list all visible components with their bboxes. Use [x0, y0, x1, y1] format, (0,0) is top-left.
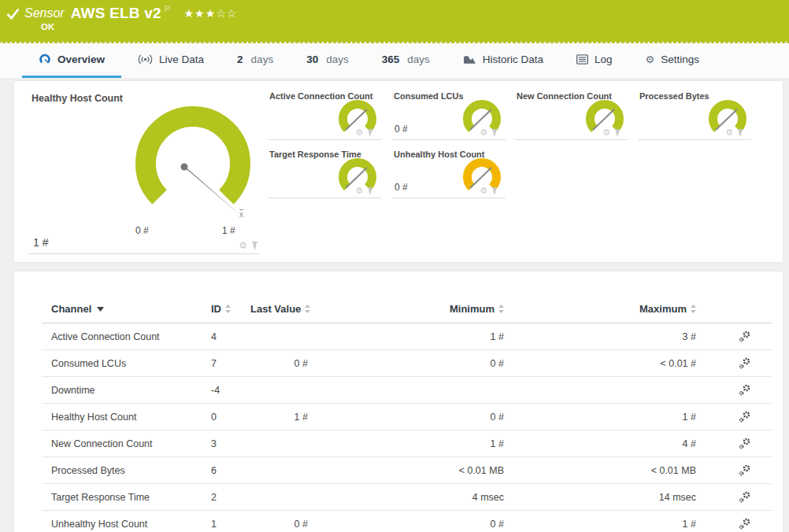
gauge-panel-processed-bytes[interactable]: Processed Bytes ⚙	[638, 88, 751, 140]
table-row: Target Response Time 2 4 msec 14 msec	[42, 484, 772, 511]
tab-bar: Overview Live Data 2 days 30 days 365 da…	[0, 43, 789, 78]
overview-gauges-card: Healthy Host Count 0 # 1 # x 1 # ⚙ Activ…	[14, 81, 783, 262]
pin-icon[interactable]	[491, 129, 498, 137]
table-row: New Connection Count 3 1 # 4 #	[42, 430, 772, 457]
log-list-icon	[576, 54, 588, 65]
channel-gear-icon[interactable]: ⚙	[355, 128, 363, 137]
gauge-value: 0 #	[394, 124, 408, 135]
channel-name: New Connection Count	[42, 438, 211, 449]
table-row: Unhealthy Host Count 1 0 # 0 # 1 #	[42, 511, 772, 532]
gauge-scale-min: 0 #	[135, 225, 149, 236]
channel-table-card: Channel ID Last Value Minimum	[14, 272, 783, 532]
pin-icon[interactable]	[251, 242, 258, 250]
channel-gear-icon[interactable]: ⚙	[480, 187, 487, 195]
channel-gear-icon[interactable]: ⚙	[725, 128, 733, 137]
gauge-value: 0 #	[394, 182, 408, 193]
gear-icon: ⚙	[646, 54, 655, 65]
channel-settings-icon[interactable]	[739, 384, 751, 397]
column-header-id[interactable]: ID	[211, 303, 250, 315]
column-header-minimum[interactable]: Minimum	[341, 303, 509, 315]
column-header-channel[interactable]: Channel	[42, 303, 211, 315]
channel-name: Target Response Time	[42, 492, 211, 503]
channel-settings-icon[interactable]	[739, 438, 751, 450]
channel-name: Healthy Host Count	[42, 412, 211, 423]
channel-settings-icon[interactable]	[739, 491, 751, 504]
pin-icon[interactable]	[491, 187, 498, 195]
gauge-icon	[39, 54, 51, 65]
tab-overview[interactable]: Overview	[22, 43, 121, 78]
gauge-title: Processed Bytes	[639, 91, 709, 101]
sort-icon	[691, 305, 696, 313]
table-row: Downtime -4	[42, 377, 772, 404]
pin-icon[interactable]	[737, 129, 743, 137]
table-row: Healthy Host Count 0 1 # 0 # 1 #	[42, 404, 772, 430]
sort-icon	[225, 305, 231, 313]
table-header-row: Channel ID Last Value Minimum	[42, 295, 772, 323]
channel-gear-icon[interactable]: ⚙	[239, 242, 247, 250]
gauge-scale-max: 1 #	[222, 225, 235, 236]
live-signal-icon	[138, 54, 153, 65]
gauge-panel-unhealthy-host-count[interactable]: Unhealthy Host Count 0 # ⚙	[392, 146, 506, 198]
channel-settings-icon[interactable]	[739, 331, 751, 343]
channel-settings-icon[interactable]	[739, 411, 751, 423]
table-row: Consumed LCUs 7 0 # 0 # < 0.01 #	[42, 350, 772, 377]
sort-icon	[305, 305, 310, 313]
channel-name: Processed Bytes	[42, 465, 211, 476]
gauge-panel-target-response-time[interactable]: Target Response Time ⚙	[268, 146, 381, 198]
channel-gear-icon[interactable]: ⚙	[355, 187, 363, 195]
channel-settings-icon[interactable]	[739, 518, 751, 530]
sensor-name: AWS ELB v2	[71, 5, 161, 22]
main-gauge	[126, 102, 260, 220]
gauge-panel-active-connection-count[interactable]: Active Connection Count ⚙	[268, 88, 381, 140]
gauge-panel-healthy-host-count[interactable]: Healthy Host Count 0 # 1 # x 1 # ⚙	[28, 87, 260, 254]
table-row: Active Connection Count 4 1 # 3 #	[42, 323, 772, 350]
gauge-value: 1 #	[33, 236, 48, 249]
mean-marker: x	[239, 209, 243, 219]
gauge-title: Healthy Host Count	[31, 93, 123, 104]
sensor-kind-label: Sensor	[24, 6, 65, 20]
channel-table: Channel ID Last Value Minimum	[42, 295, 772, 532]
table-row: Processed Bytes 6 < 0.01 MB < 0.01 MB	[42, 457, 772, 484]
channel-name: Downtime	[42, 385, 211, 396]
sort-icon	[498, 305, 504, 313]
status-badge: OK	[41, 22, 54, 31]
tab-log[interactable]: Log	[560, 43, 629, 78]
priority-stars[interactable]: ★★★☆☆	[184, 7, 238, 20]
tab-365-days[interactable]: 365 days	[365, 43, 446, 78]
channel-gear-icon[interactable]: ⚙	[480, 128, 487, 137]
pin-icon[interactable]	[614, 129, 620, 137]
ok-check-icon	[6, 8, 20, 20]
tab-2-days[interactable]: 2 days	[220, 43, 290, 78]
channel-settings-icon[interactable]	[739, 464, 751, 477]
tab-30-days[interactable]: 30 days	[290, 43, 365, 78]
tab-live-data[interactable]: Live Data	[121, 43, 220, 78]
channel-name: Active Connection Count	[42, 331, 211, 342]
sort-desc-icon	[97, 307, 104, 312]
gauge-panel-new-connection-count[interactable]: New Connection Count ⚙	[515, 88, 628, 140]
column-header-maximum[interactable]: Maximum	[509, 303, 701, 315]
channel-name: Consumed LCUs	[42, 358, 211, 369]
channel-settings-icon[interactable]	[739, 357, 751, 370]
sensor-status-header: Sensor AWS ELB v2 ⚐ ★★★☆☆ OK	[0, 0, 789, 43]
channel-name: Unhealthy Host Count	[42, 519, 211, 530]
pin-icon[interactable]	[367, 187, 373, 195]
channel-gear-icon[interactable]: ⚙	[602, 128, 610, 137]
tab-settings[interactable]: ⚙ Settings	[629, 43, 716, 78]
column-header-last-value[interactable]: Last Value	[250, 303, 341, 315]
gauge-title: Consumed LCUs	[394, 91, 464, 101]
pin-icon[interactable]	[367, 129, 373, 137]
tab-historic-data[interactable]: Historic Data	[446, 43, 560, 78]
area-chart-icon	[463, 54, 476, 65]
gauge-panel-consumed-lcus[interactable]: Consumed LCUs 0 # ⚙	[392, 88, 506, 140]
flag-icon: ⚐	[164, 4, 172, 14]
